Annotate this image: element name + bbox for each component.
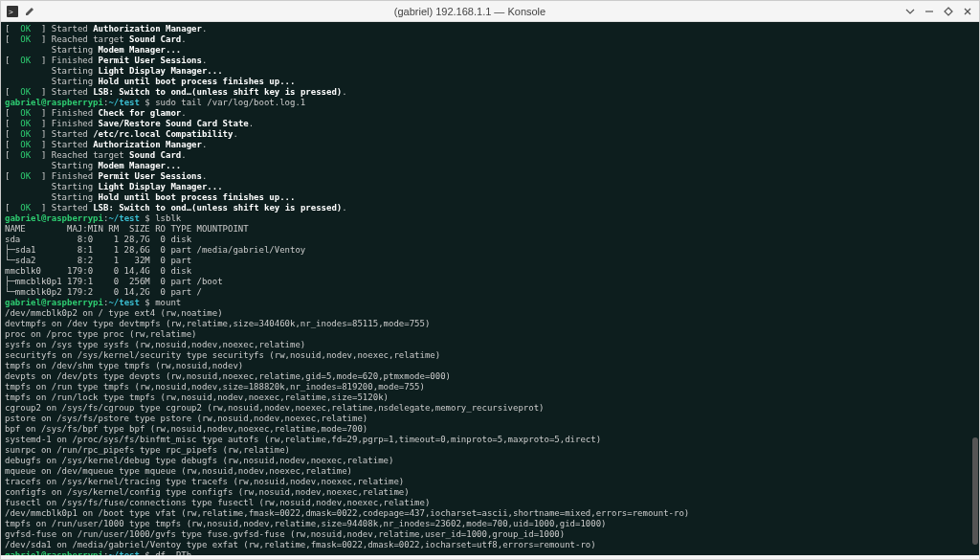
terminal-line: systemd-1 on /proc/sys/fs/binfmt_misc ty… — [5, 435, 975, 445]
svg-text:>: > — [9, 8, 13, 16]
terminal-line: /dev/sda1 on /media/gabriel/Ventoy type … — [5, 540, 975, 550]
terminal-line: gabriel@raspberrypi:~/test $ lsblk — [5, 213, 975, 224]
terminal-line: [ OK ] Reached target Sound Card. — [5, 34, 975, 45]
terminal-line: Starting Light Display Manager... — [5, 66, 975, 77]
terminal-line: tmpfs on /run/lock type tmpfs (rw,nosuid… — [5, 392, 975, 403]
terminal-line: [ OK ] Started Authorization Manager. — [5, 24, 975, 34]
terminal-line: Starting Hold until boot process finishe… — [5, 77, 975, 87]
terminal-line: /dev/mmcblk0p1 on /boot type vfat (rw,re… — [5, 508, 975, 519]
terminal-line: [ OK ] Started /etc/rc.local Compatibili… — [5, 129, 975, 140]
terminal-line: └─sda2 8:2 1 32M 0 part — [5, 256, 975, 266]
app-icon: > — [7, 6, 18, 17]
terminal-line: [ OK ] Finished Permit User Sessions. — [5, 56, 975, 66]
terminal-line: [ OK ] Finished Permit User Sessions. — [5, 171, 975, 182]
close-button[interactable] — [962, 6, 973, 17]
konsole-window: > (gabriel) 192.168.1.1 — Konsole [ OK ]… — [0, 0, 980, 560]
terminal-line: bpf on /sys/fs/bpf type bpf (rw,nosuid,n… — [5, 424, 975, 435]
terminal-line: Starting Modem Manager... — [5, 161, 975, 171]
minimize-button[interactable] — [924, 6, 935, 17]
dropdown-icon[interactable] — [904, 6, 916, 17]
scrollbar-thumb[interactable] — [972, 437, 978, 544]
terminal-line: NAME MAJ:MIN RM SIZE RO TYPE MOUNTPOINT — [5, 224, 975, 235]
terminal-line: gabriel@raspberrypi:~/test $ df -PTh — [5, 550, 975, 555]
terminal-line: tmpfs on /dev/shm type tmpfs (rw,nosuid,… — [5, 361, 975, 371]
terminal-line: ├─sda1 8:1 1 28,6G 0 part /media/gabriel… — [5, 245, 975, 256]
maximize-button[interactable] — [943, 6, 954, 17]
terminal-line: sunrpc on /run/rpc_pipefs type rpc_pipef… — [5, 445, 975, 456]
terminal-line: /dev/mmcblk0p2 on / type ext4 (rw,noatim… — [5, 308, 975, 319]
terminal-line: mmcblk0 179:0 0 14,4G 0 disk — [5, 266, 975, 277]
terminal-output[interactable]: [ OK ] Started Authorization Manager.[ O… — [1, 22, 979, 555]
terminal-line: [ OK ] Finished Save/Restore Sound Card … — [5, 119, 975, 129]
titlebar-left: > — [7, 6, 35, 17]
edit-icon[interactable] — [24, 6, 35, 17]
terminal-line: mqueue on /dev/mqueue type mqueue (rw,no… — [5, 466, 975, 477]
terminal-line: Starting Modem Manager... — [5, 45, 975, 56]
terminal-line: Starting Hold until boot process finishe… — [5, 192, 975, 203]
terminal-line: securityfs on /sys/kernel/security type … — [5, 350, 975, 361]
terminal-line: sysfs on /sys type sysfs (rw,nosuid,node… — [5, 340, 975, 350]
terminal-line: sda 8:0 1 28,7G 0 disk — [5, 235, 975, 245]
scrollbar-track[interactable] — [971, 22, 979, 555]
window-controls — [904, 6, 973, 17]
terminal-line: [ OK ] Started LSB: Switch to ond…(unles… — [5, 87, 975, 98]
terminal-line: [ OK ] Finished Check for glamor. — [5, 108, 975, 119]
footer-bar — [1, 555, 979, 559]
window-title: (gabriel) 192.168.1.1 — Konsole — [35, 6, 904, 17]
terminal-line: debugfs on /sys/kernel/debug type debugf… — [5, 456, 975, 466]
terminal-line: tmpfs on /run/user/1000 type tmpfs (rw,n… — [5, 519, 975, 529]
terminal-line: ├─mmcblk0p1 179:1 0 256M 0 part /boot — [5, 277, 975, 287]
terminal-line: cgroup2 on /sys/fs/cgroup type cgroup2 (… — [5, 403, 975, 414]
terminal-line: └─mmcblk0p2 179:2 0 14,2G 0 part / — [5, 287, 975, 298]
terminal-line: gabriel@raspberrypi:~/test $ sudo tail /… — [5, 98, 975, 108]
terminal-line: proc on /proc type proc (rw,relatime) — [5, 329, 975, 340]
terminal-line: gabriel@raspberrypi:~/test $ mount — [5, 298, 975, 308]
terminal-line: tmpfs on /run type tmpfs (rw,nosuid,node… — [5, 382, 975, 392]
terminal-line: [ OK ] Reached target Sound Card. — [5, 150, 975, 161]
titlebar[interactable]: > (gabriel) 192.168.1.1 — Konsole — [1, 1, 979, 22]
terminal-line: [ OK ] Started Authorization Manager. — [5, 140, 975, 150]
terminal-line: gvfsd-fuse on /run/user/1000/gvfs type f… — [5, 529, 975, 540]
terminal-line: devpts on /dev/pts type devpts (rw,nosui… — [5, 371, 975, 382]
terminal-line: devtmpfs on /dev type devtmpfs (rw,relat… — [5, 319, 975, 329]
terminal-line: Starting Light Display Manager... — [5, 182, 975, 192]
terminal-line: fusectl on /sys/fs/fuse/connections type… — [5, 498, 975, 508]
terminal-line: configfs on /sys/kernel/config type conf… — [5, 487, 975, 498]
terminal-line: [ OK ] Started LSB: Switch to ond…(unles… — [5, 203, 975, 213]
terminal-line: tracefs on /sys/kernel/tracing type trac… — [5, 477, 975, 487]
terminal-line: pstore on /sys/fs/pstore type pstore (rw… — [5, 414, 975, 424]
